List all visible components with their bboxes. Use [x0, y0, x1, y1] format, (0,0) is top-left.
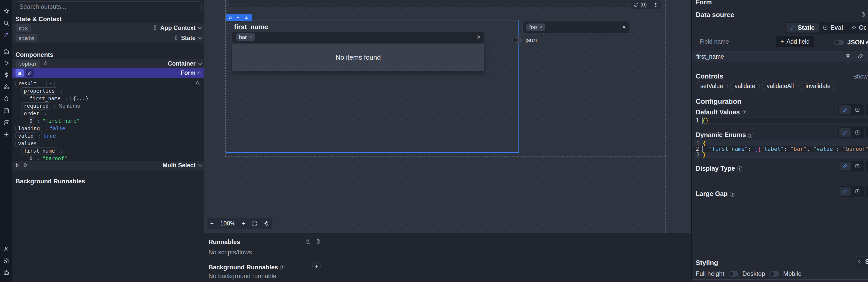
json-toggle[interactable]: [512, 37, 522, 43]
selected-option-chip[interactable]: bar ×: [236, 33, 255, 41]
eval-mode-button[interactable]: [852, 187, 863, 196]
component-row-a-selected[interactable]: a Form: [12, 68, 204, 78]
form-component[interactable]: first_name bar × × json No items found: [226, 20, 519, 153]
tree-key[interactable]: first_name: [21, 147, 57, 154]
user-icon[interactable]: [0, 243, 12, 255]
history-button[interactable]: [650, 1, 661, 9]
tree-key[interactable]: order: [21, 110, 42, 117]
dynamic-enums-editor[interactable]: 1 { 2 "first_name": [{"label": "bar", "v…: [694, 139, 868, 159]
panel-collapse-icon[interactable]: [306, 239, 311, 245]
tree-key[interactable]: first_name: [27, 95, 63, 102]
edit-field-icon[interactable]: [858, 53, 864, 60]
validate-button[interactable]: validate: [730, 81, 760, 91]
add-field-button[interactable]: + Add field: [776, 36, 814, 47]
refresh-button[interactable]: (0): [630, 1, 650, 9]
default-values-editor[interactable]: 1 {}: [694, 117, 868, 124]
show-details-link[interactable]: Show de: [853, 73, 868, 80]
tree-key[interactable]: 0: [27, 117, 35, 124]
droplet-icon[interactable]: [0, 93, 12, 104]
home-icon[interactable]: [0, 45, 12, 57]
tree-search-icon[interactable]: [195, 81, 200, 87]
calendar-icon[interactable]: [0, 104, 12, 117]
tree-value[interactable]: {...}: [70, 95, 91, 102]
tree-key[interactable]: loading: [16, 125, 42, 132]
topbar-container-region[interactable]: [229, 0, 657, 7]
dollar-icon[interactable]: [0, 69, 12, 81]
state-key-chip[interactable]: state: [16, 34, 37, 42]
component-row-topbar[interactable]: topbar Container: [12, 59, 204, 69]
pan-hand-icon[interactable]: [264, 221, 269, 226]
tree-row[interactable]: required:No items: [12, 102, 204, 109]
topbar-id-chip[interactable]: topbar: [16, 60, 40, 68]
tree-row[interactable]: properties:: [12, 87, 204, 95]
desktop-full-height-toggle[interactable]: [728, 271, 738, 277]
star-icon[interactable]: [0, 5, 12, 17]
chevron-down-icon[interactable]: [198, 163, 202, 167]
clear-all-icon[interactable]: ×: [476, 33, 480, 41]
magic-wand-icon[interactable]: [0, 29, 12, 41]
cluster-icon[interactable]: [0, 81, 12, 93]
tree-row[interactable]: first_name:: [12, 147, 204, 154]
field-name-input[interactable]: [696, 36, 773, 47]
tab-eval[interactable]: Eval: [819, 23, 847, 33]
tree-key[interactable]: valid: [16, 132, 36, 139]
tree-row[interactable]: first_name:{...}: [12, 95, 204, 102]
show-styling-button[interactable]: Sh: [855, 256, 868, 267]
component-b-id[interactable]: b: [16, 162, 19, 168]
plus-icon[interactable]: [0, 128, 12, 140]
eval-mode-button[interactable]: [852, 162, 863, 170]
static-mode-button[interactable]: [839, 105, 851, 114]
tree-row[interactable]: result:-: [12, 80, 204, 87]
tree-key[interactable]: values: [16, 140, 39, 147]
panel-dock-icon[interactable]: [315, 239, 321, 245]
zoom-in-button[interactable]: +: [242, 220, 245, 227]
chevron-down-icon[interactable]: [198, 26, 202, 30]
delete-field-icon[interactable]: [845, 53, 851, 60]
tree-key[interactable]: properties: [21, 87, 57, 95]
app-canvas[interactable]: a first_name bar × × json No items found…: [204, 0, 691, 233]
flow-icon[interactable]: [0, 117, 12, 128]
clear-all-icon[interactable]: ×: [622, 24, 626, 31]
settings-gear-icon[interactable]: [0, 255, 12, 267]
tree-row[interactable]: valid:true: [12, 132, 204, 139]
tree-value[interactable]: -: [46, 80, 55, 87]
selected-option-chip[interactable]: foo ×: [526, 24, 545, 31]
fit-view-icon[interactable]: [252, 221, 257, 226]
play-icon[interactable]: [0, 57, 12, 69]
chevron-down-icon[interactable]: [198, 61, 202, 65]
chevron-up-icon[interactable]: [197, 71, 201, 75]
expand-down-icon[interactable]: [236, 15, 240, 20]
multiselect-component[interactable]: foo × ×: [522, 21, 630, 33]
tree-row[interactable]: order:: [12, 109, 204, 117]
output-row-state[interactable]: state State: [12, 33, 204, 43]
robot-icon[interactable]: [0, 267, 12, 278]
static-mode-button[interactable]: [839, 128, 851, 137]
search-outputs-input[interactable]: [15, 1, 202, 12]
tree-row[interactable]: 0:"first_name": [12, 117, 204, 124]
tab-static[interactable]: Static: [786, 23, 819, 33]
search-icon[interactable]: [0, 17, 12, 29]
tree-key[interactable]: result: [16, 80, 39, 87]
tab-compute[interactable]: Compute: [847, 23, 868, 33]
output-row-ctx[interactable]: ctx App Context: [12, 23, 204, 33]
component-a-badge[interactable]: a: [16, 69, 24, 77]
chip-remove-icon[interactable]: ×: [539, 24, 542, 30]
eval-mode-button[interactable]: [852, 105, 863, 114]
validateall-button[interactable]: validateAll: [762, 81, 799, 91]
pencil-icon[interactable]: [26, 69, 34, 77]
anchor-icon[interactable]: [244, 15, 249, 20]
add-background-runnable-button[interactable]: +: [312, 262, 320, 271]
mobile-full-height-toggle[interactable]: [769, 271, 779, 277]
static-mode-button[interactable]: [839, 187, 851, 196]
static-mode-button[interactable]: [839, 162, 851, 170]
ctx-key-chip[interactable]: ctx: [16, 24, 31, 32]
multiselect-dropdown[interactable]: No items found: [232, 44, 485, 71]
chevron-down-icon[interactable]: [198, 36, 202, 40]
json-editor-toggle[interactable]: [834, 40, 844, 45]
field-row-first-name[interactable]: first_name: [691, 51, 868, 62]
zoom-out-button[interactable]: −: [210, 220, 214, 227]
component-row-b[interactable]: b Multi Select: [12, 160, 204, 170]
tree-row[interactable]: values:: [12, 139, 204, 147]
setvalue-button[interactable]: setValue: [696, 81, 728, 91]
panel-dock-icon[interactable]: [861, 12, 866, 18]
